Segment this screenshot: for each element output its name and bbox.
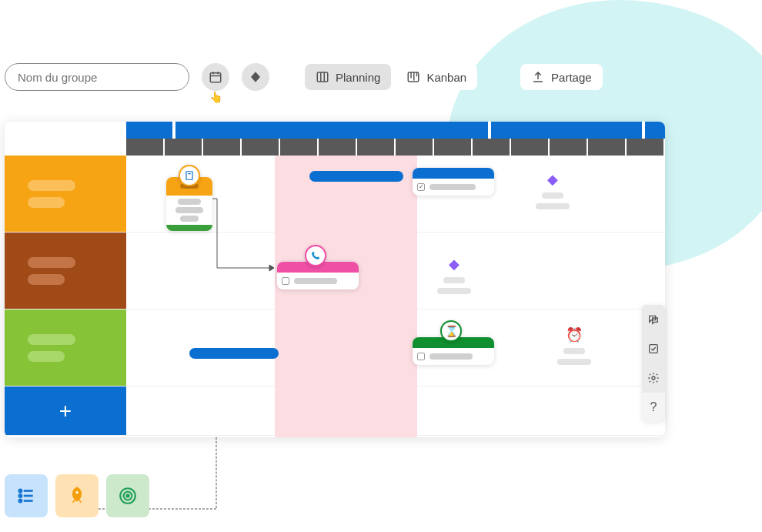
task-bar[interactable] <box>309 171 403 182</box>
task-card[interactable] <box>413 168 494 196</box>
right-rail: ? <box>642 305 665 422</box>
milestone-marker[interactable]: ◆ <box>437 256 471 294</box>
add-row-button[interactable]: + <box>5 386 126 435</box>
list-icon <box>16 486 36 506</box>
svg-rect-4 <box>317 72 328 82</box>
phone-icon <box>305 245 326 266</box>
svg-point-20 <box>19 500 22 502</box>
group-name-input[interactable] <box>5 63 189 91</box>
columns-icon <box>316 70 329 84</box>
cursor-icon: 👆 <box>209 91 222 103</box>
toolbar: 👆 Planning Kanban Partage <box>5 63 603 91</box>
milestone-marker[interactable]: ◆ <box>536 171 570 209</box>
tile-target[interactable] <box>106 474 149 517</box>
tab-planning-label: Planning <box>336 71 380 84</box>
row-label[interactable] <box>5 233 126 309</box>
connector-line <box>216 437 217 508</box>
view-tabs: Planning Kanban Partage <box>305 64 603 90</box>
hourglass-icon: ⌛ <box>440 320 462 342</box>
task-bar[interactable] <box>189 348 279 359</box>
highlighted-period <box>275 156 417 437</box>
rail-help-button[interactable]: ? <box>642 393 665 422</box>
svg-point-24 <box>126 494 129 497</box>
diamond-icon: ◆ <box>547 171 558 188</box>
rail-chat-button[interactable] <box>642 305 665 334</box>
milestone-marker[interactable]: ⏰ <box>557 326 591 365</box>
rail-settings-button[interactable] <box>642 363 665 393</box>
tab-kanban[interactable]: Kanban <box>396 64 477 90</box>
gear-icon <box>647 372 660 384</box>
upload-icon <box>531 70 545 84</box>
plus-icon: + <box>59 399 72 423</box>
checkbox-icon <box>417 353 425 360</box>
diamond-icon: ◆ <box>449 256 460 273</box>
tile-rocket[interactable] <box>55 474 99 517</box>
tab-share[interactable]: Partage <box>520 64 603 90</box>
chat-icon <box>647 313 660 326</box>
timeline-header <box>5 122 665 139</box>
calendar-icon <box>209 70 222 84</box>
svg-point-14 <box>652 376 655 380</box>
bottom-tiles <box>5 474 149 517</box>
tab-planning[interactable]: Planning <box>305 64 391 90</box>
svg-rect-13 <box>650 345 658 353</box>
tab-kanban-label: Kanban <box>426 71 466 84</box>
checkbox-icon <box>282 277 289 285</box>
tab-share-label: Partage <box>551 71 592 84</box>
milestone-button[interactable] <box>242 63 269 91</box>
calendar-button[interactable]: 👆 <box>202 63 229 91</box>
diamond-icon <box>249 70 262 84</box>
alarm-icon: ⏰ <box>566 326 583 343</box>
book-icon <box>179 165 200 186</box>
check-square-icon <box>647 343 660 355</box>
timeline-subheader <box>5 139 665 156</box>
checkbox-icon <box>417 183 425 191</box>
rail-tasks-button[interactable] <box>642 334 665 363</box>
row-label[interactable] <box>5 156 126 232</box>
help-icon: ? <box>650 400 657 414</box>
svg-point-21 <box>75 491 78 494</box>
planning-board: ◆ ◆ <box>5 122 665 437</box>
svg-rect-0 <box>210 73 221 82</box>
svg-point-19 <box>19 494 22 497</box>
tile-list[interactable] <box>5 474 48 517</box>
svg-rect-11 <box>186 172 192 180</box>
kanban-icon <box>406 70 420 84</box>
target-icon <box>118 486 138 506</box>
rocket-icon <box>67 486 87 506</box>
row-label[interactable] <box>5 309 126 386</box>
svg-point-18 <box>19 490 22 492</box>
